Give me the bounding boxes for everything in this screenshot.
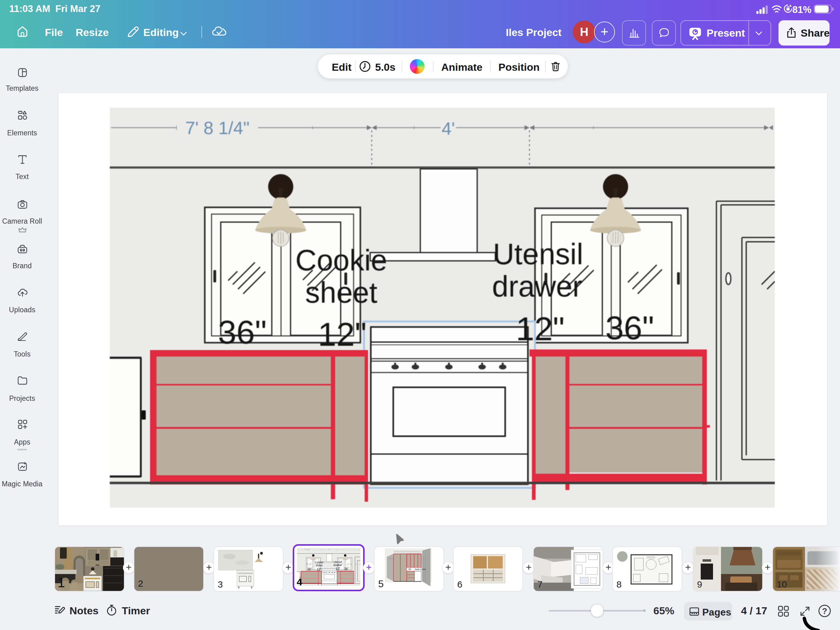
svg-text:Utensil: Utensil bbox=[493, 237, 583, 271]
svg-text:7' 8 1/4": 7' 8 1/4" bbox=[185, 118, 249, 138]
svg-text:drawer: drawer bbox=[492, 270, 582, 303]
svg-text:Seat corner: Seat corner bbox=[415, 568, 426, 570]
svg-text:36": 36" bbox=[218, 313, 267, 351]
svg-text:12": 12" bbox=[516, 310, 565, 347]
svg-text:Cookie: Cookie bbox=[295, 244, 387, 277]
svg-text:4': 4' bbox=[442, 119, 455, 138]
svg-text:sheet: sheet bbox=[305, 276, 377, 309]
svg-text:36": 36" bbox=[605, 309, 654, 347]
svg-text:36": 36" bbox=[408, 568, 412, 570]
svg-text:12": 12" bbox=[318, 316, 366, 353]
